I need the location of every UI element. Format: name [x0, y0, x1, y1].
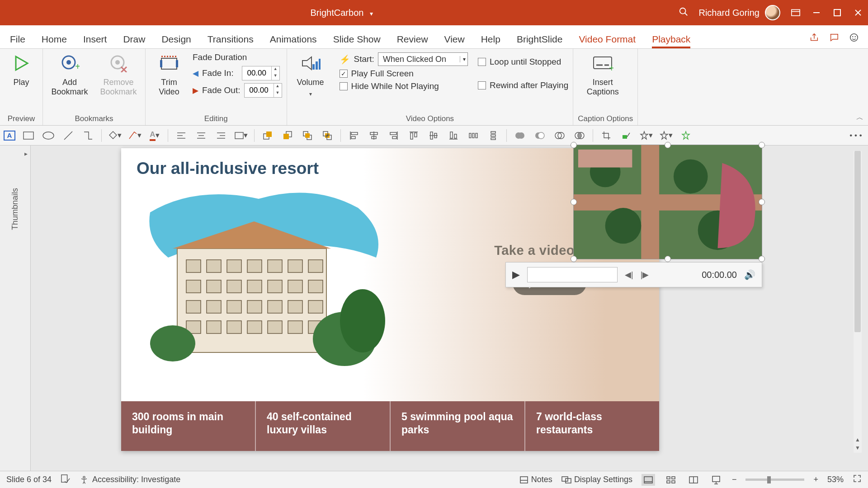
start-dropdown[interactable]: When Clicked On ▾ — [378, 52, 468, 66]
collapse-ribbon-icon[interactable]: ︿ — [856, 113, 863, 122]
line-shape-icon[interactable] — [61, 129, 75, 142]
align-left-icon[interactable] — [175, 129, 188, 142]
spell-check-icon[interactable] — [61, 474, 71, 485]
resize-handle[interactable] — [759, 256, 765, 262]
video-seek-track[interactable] — [527, 267, 618, 282]
edit-text-icon[interactable]: A — [4, 131, 15, 141]
merge-intersect-icon[interactable] — [573, 129, 586, 142]
resize-handle[interactable] — [665, 256, 671, 262]
distribute-vertical-icon[interactable] — [486, 129, 500, 142]
resize-handle[interactable] — [571, 256, 577, 262]
align-objects-right-icon[interactable] — [387, 129, 401, 142]
add-bookmark-button[interactable]: + Add Bookmark — [47, 52, 92, 97]
search-icon[interactable] — [679, 7, 689, 19]
animation-painter-icon[interactable] — [619, 129, 633, 142]
animation-add-icon[interactable]: ▾ — [639, 129, 653, 142]
align-center-icon[interactable] — [194, 129, 208, 142]
crop-icon[interactable] — [599, 129, 613, 142]
animation-star-green-icon[interactable] — [679, 129, 693, 142]
resize-handle[interactable] — [759, 199, 765, 205]
tab-video-format[interactable]: Video Format — [579, 34, 636, 48]
smiley-feedback-icon[interactable] — [849, 33, 859, 45]
zoom-percent[interactable]: 53% — [827, 475, 844, 484]
accessibility-button[interactable]: Accessibility: Investigate — [80, 475, 180, 484]
slideshow-view-icon[interactable] — [709, 474, 723, 486]
shape-fill-icon[interactable]: ▾ — [108, 129, 122, 142]
fade-in-down[interactable]: ▼ — [272, 73, 279, 80]
resize-handle[interactable] — [665, 142, 671, 148]
start-chevron-icon[interactable]: ▾ — [460, 56, 466, 62]
loop-until-stopped-checkbox[interactable]: Loop until Stopped — [478, 57, 568, 67]
fade-out-up[interactable]: ▲ — [274, 84, 282, 90]
vertical-scrollbar[interactable]: ▲ ▼ — [854, 151, 862, 453]
qat-overflow-icon[interactable]: • • • — [849, 129, 863, 142]
video-volume-icon[interactable]: 🔊 — [744, 269, 755, 280]
tab-brightslide[interactable]: BrightSlide — [517, 34, 563, 48]
align-objects-center-icon[interactable] — [367, 129, 381, 142]
align-objects-left-icon[interactable] — [347, 129, 361, 142]
volume-button[interactable]: Volume ▾ — [292, 52, 330, 97]
play-button[interactable]: Play — [5, 52, 38, 87]
zoom-slider-thumb[interactable] — [767, 476, 771, 483]
chevron-down-icon[interactable]: ▾ — [309, 91, 312, 97]
fade-in-spinner[interactable]: ▲▼ — [242, 66, 280, 80]
account-button[interactable]: Richard Goring — [698, 5, 780, 20]
insert-captions-button[interactable]: + Insert Captions — [578, 52, 627, 100]
align-objects-top-icon[interactable] — [407, 129, 420, 142]
shape-outline-icon[interactable]: ▾ — [128, 129, 142, 142]
ribbon-display-options-icon[interactable] — [790, 7, 801, 18]
play-full-screen-checkbox[interactable]: Play Full Screen — [340, 69, 468, 79]
hide-not-playing-checkbox[interactable]: Hide While Not Playing — [340, 81, 468, 91]
comments-icon[interactable] — [829, 33, 839, 45]
align-right-icon[interactable] — [214, 129, 228, 142]
fit-to-window-icon[interactable] — [853, 474, 862, 485]
maximize-icon[interactable] — [832, 7, 843, 18]
send-backward-icon[interactable] — [281, 129, 294, 142]
tab-animations[interactable]: Animations — [270, 34, 317, 48]
align-objects-middle-icon[interactable] — [427, 129, 440, 142]
rectangle-shape-icon[interactable] — [22, 129, 35, 142]
align-objects-bottom-icon[interactable] — [447, 129, 460, 142]
tab-review[interactable]: Review — [397, 34, 428, 48]
merge-fragment-icon[interactable] — [553, 129, 566, 142]
notes-button[interactable]: Notes — [519, 475, 552, 484]
resize-handle[interactable] — [571, 142, 577, 148]
send-back-icon[interactable] — [321, 129, 334, 142]
trim-video-button[interactable]: Trim Video — [150, 52, 188, 97]
tab-design[interactable]: Design — [161, 34, 191, 48]
tab-view[interactable]: View — [444, 34, 465, 48]
tab-transitions[interactable]: Transitions — [208, 34, 254, 48]
tab-draw[interactable]: Draw — [123, 34, 145, 48]
slide-canvas-area[interactable]: Our all-inclusive resort — [31, 145, 862, 471]
fade-out-spinner[interactable]: ▲▼ — [244, 83, 282, 98]
minimize-icon[interactable] — [811, 7, 822, 18]
oval-shape-icon[interactable] — [42, 129, 55, 142]
title-dropdown-icon[interactable]: ▾ — [370, 10, 373, 17]
merge-combine-icon[interactable] — [533, 129, 547, 142]
merge-union-icon[interactable] — [513, 129, 527, 142]
bring-forward-icon[interactable] — [261, 129, 274, 142]
slide-sorter-view-icon[interactable] — [664, 474, 678, 486]
thumbnails-pane[interactable]: ▸ Thumbnails — [0, 145, 31, 471]
video-step-forward-icon[interactable]: |▶ — [641, 270, 649, 280]
zoom-out-button[interactable]: − — [732, 475, 737, 484]
close-icon[interactable] — [853, 7, 863, 18]
bring-front-icon[interactable] — [301, 129, 314, 142]
resize-handle[interactable] — [759, 142, 765, 148]
fade-in-up[interactable]: ▲ — [272, 66, 279, 73]
tab-slide-show[interactable]: Slide Show — [333, 34, 381, 48]
video-play-icon[interactable]: ▶ — [512, 269, 520, 281]
text-align-dropdown-icon[interactable]: ▾ — [234, 129, 248, 142]
slide-title[interactable]: Our all-inclusive resort — [137, 159, 319, 178]
tab-insert[interactable]: Insert — [83, 34, 107, 48]
connector-shape-icon[interactable] — [81, 129, 95, 142]
animation-effect-icon[interactable]: ▾ — [659, 129, 673, 142]
normal-view-icon[interactable] — [642, 474, 655, 486]
rewind-after-playing-checkbox[interactable]: Rewind after Playing — [478, 80, 568, 90]
document-title[interactable]: BrightCarbon ▾ — [5, 8, 679, 18]
scroll-up-icon[interactable]: ▲ — [854, 436, 862, 445]
tab-file[interactable]: File — [10, 34, 25, 48]
fade-out-down[interactable]: ▼ — [274, 90, 282, 97]
resize-handle[interactable] — [571, 199, 577, 205]
tab-help[interactable]: Help — [481, 34, 500, 48]
